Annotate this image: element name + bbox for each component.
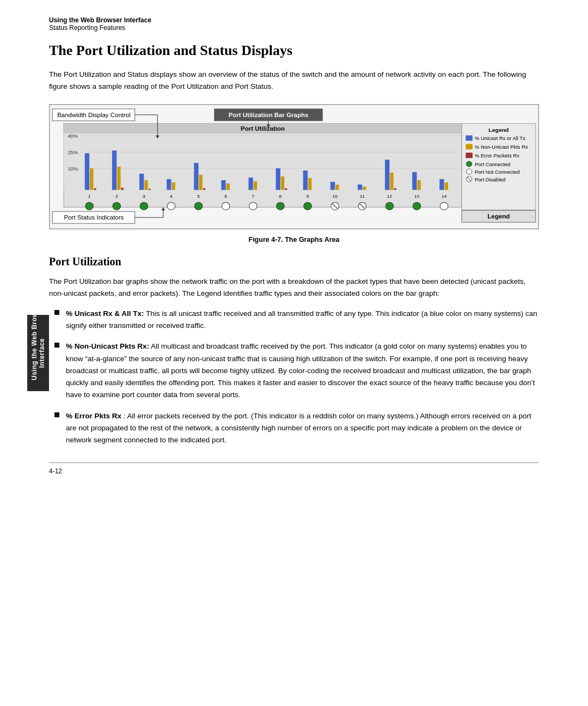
svg-rect-38 xyxy=(385,160,389,190)
svg-rect-42 xyxy=(418,180,421,190)
bullet-square-1 xyxy=(54,310,59,315)
svg-rect-18 xyxy=(144,180,148,190)
svg-text:% Non-Unicast Pkts Rx: % Non-Unicast Pkts Rx xyxy=(475,145,528,150)
bottom-rule xyxy=(49,462,539,463)
svg-rect-25 xyxy=(221,180,225,190)
svg-rect-11 xyxy=(85,153,89,190)
svg-rect-20 xyxy=(167,179,171,190)
bullet-list: % Unicast Rx & All Tx: This is all unica… xyxy=(54,308,539,447)
bullet-bold-3: % Error Pkts Rx xyxy=(66,412,121,420)
bullet-text-1: % Unicast Rx & All Tx: This is all unica… xyxy=(66,308,539,332)
svg-point-83 xyxy=(466,161,471,167)
svg-rect-35 xyxy=(335,185,339,190)
svg-text:14: 14 xyxy=(442,194,447,199)
svg-text:6: 6 xyxy=(224,194,227,199)
svg-rect-34 xyxy=(330,182,335,190)
svg-rect-21 xyxy=(172,182,175,190)
svg-text:Port Status Indicators: Port Status Indicators xyxy=(64,215,124,221)
port-util-intro: The Port Utilization bar graphs show the… xyxy=(49,276,539,300)
list-item: % Non-Unicast Pkts Rx: All multicast and… xyxy=(54,340,539,401)
svg-point-67 xyxy=(304,203,312,210)
svg-point-59 xyxy=(85,203,94,210)
breadcrumb-subtitle: Status Reporting Features xyxy=(49,24,539,32)
svg-rect-81 xyxy=(465,153,473,158)
svg-rect-31 xyxy=(285,188,287,190)
svg-point-60 xyxy=(113,203,121,210)
svg-rect-77 xyxy=(465,136,473,141)
svg-text:2: 2 xyxy=(115,194,118,199)
svg-text:Port Not Connected: Port Not Connected xyxy=(475,169,519,175)
bullet-body-3: : All error packets received by the port… xyxy=(66,412,531,445)
svg-rect-22 xyxy=(194,163,198,190)
svg-rect-37 xyxy=(363,187,366,190)
intro-paragraph: The Port Utilization and Status displays… xyxy=(49,69,539,92)
svg-text:1: 1 xyxy=(88,194,91,199)
svg-point-62 xyxy=(167,203,175,210)
svg-text:Bandwidth Display Control: Bandwidth Display Control xyxy=(57,112,131,118)
svg-text:3: 3 xyxy=(143,194,145,199)
svg-text:Port Utilization: Port Utilization xyxy=(241,125,285,132)
figure-caption: Figure 4-7. The Graphs Area xyxy=(49,236,539,244)
bullet-bold-1: % Unicast Rx & All Tx: xyxy=(66,309,144,318)
svg-text:13: 13 xyxy=(414,194,420,199)
svg-rect-19 xyxy=(149,189,151,190)
svg-point-66 xyxy=(277,203,285,210)
svg-text:Port Disabled: Port Disabled xyxy=(475,177,505,182)
svg-text:% Error Packets Rx: % Error Packets Rx xyxy=(475,154,519,159)
diagram-svg: Port Utilization 40% 25% 10% xyxy=(50,105,538,229)
svg-rect-23 xyxy=(199,175,203,190)
bullet-bold-2: % Non-Unicast Pkts Rx: xyxy=(66,342,149,350)
page-title: The Port Utilization and Status Displays xyxy=(49,42,539,59)
side-tab-line1: Using the Web Browser xyxy=(30,326,38,380)
svg-text:10: 10 xyxy=(333,194,338,199)
list-item: % Unicast Rx & All Tx: This is all unica… xyxy=(54,308,539,332)
svg-text:11: 11 xyxy=(360,194,365,199)
svg-rect-43 xyxy=(439,179,444,190)
svg-text:% Unicast Rx or All Tx: % Unicast Rx or All Tx xyxy=(475,136,525,142)
svg-rect-41 xyxy=(412,172,416,190)
svg-text:9: 9 xyxy=(307,194,309,199)
svg-point-64 xyxy=(222,203,230,210)
svg-point-72 xyxy=(385,203,394,210)
svg-rect-40 xyxy=(394,188,396,190)
svg-rect-29 xyxy=(276,168,280,190)
svg-rect-27 xyxy=(248,178,253,190)
svg-rect-16 xyxy=(121,188,124,190)
svg-text:12: 12 xyxy=(387,194,393,199)
svg-rect-15 xyxy=(117,167,120,190)
svg-rect-44 xyxy=(445,182,448,190)
svg-text:25%: 25% xyxy=(68,150,78,156)
side-tab: Using the Web Browser Interface xyxy=(27,315,49,391)
svg-rect-32 xyxy=(303,171,308,190)
breadcrumb-title: Using the Web Browser Interface xyxy=(49,16,539,24)
diagram-container: Port Utilization 40% 25% 10% xyxy=(49,104,539,229)
svg-text:8: 8 xyxy=(279,194,282,199)
bullet-square-2 xyxy=(54,343,59,348)
svg-rect-39 xyxy=(390,173,393,190)
side-tab-line2: Interface xyxy=(38,326,46,380)
svg-rect-26 xyxy=(226,184,230,190)
svg-text:5: 5 xyxy=(197,194,200,199)
svg-text:Legend: Legend xyxy=(488,127,509,133)
svg-point-61 xyxy=(140,203,148,210)
svg-rect-17 xyxy=(139,174,144,190)
svg-text:Legend: Legend xyxy=(488,214,510,220)
svg-rect-24 xyxy=(203,188,205,190)
port-util-heading: Port Utilization xyxy=(49,255,539,268)
svg-rect-28 xyxy=(254,181,257,190)
svg-text:Port Utilization Bar Graphs: Port Utilization Bar Graphs xyxy=(229,112,309,118)
svg-text:40%: 40% xyxy=(68,134,78,139)
svg-point-74 xyxy=(440,203,448,210)
bullet-body-2: All multicast and broadcast traffic rece… xyxy=(66,342,535,399)
svg-rect-30 xyxy=(281,176,284,190)
page-number: 4-12 xyxy=(49,467,539,475)
svg-text:4: 4 xyxy=(170,194,173,199)
breadcrumb: Using the Web Browser Interface Status R… xyxy=(49,16,539,32)
svg-rect-13 xyxy=(94,188,96,190)
svg-point-65 xyxy=(249,203,258,210)
bullet-text-2: % Non-Unicast Pkts Rx: All multicast and… xyxy=(66,340,539,401)
list-item: % Error Pkts Rx : All error packets rece… xyxy=(54,410,539,447)
svg-text:7: 7 xyxy=(252,194,254,199)
svg-point-63 xyxy=(194,203,203,210)
bullet-text-3: % Error Pkts Rx : All error packets rece… xyxy=(66,410,539,447)
